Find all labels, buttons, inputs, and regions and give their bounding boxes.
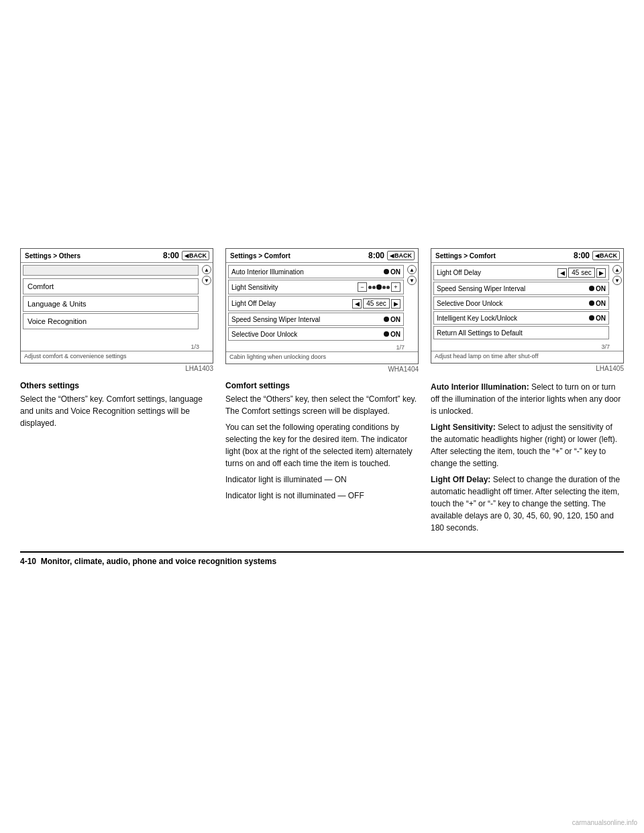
control-3-door-unlock: ON [589, 300, 606, 307]
text-sections-row: Others settings Select the “Others” key.… [20, 381, 624, 538]
back-btn-3[interactable]: ◀ BACK [592, 251, 620, 260]
back-arrow-1: ◀ [184, 253, 189, 259]
screen-block-1: Settings > Others 8:00 ◀ BACK ▲ ▼ [20, 248, 213, 374]
screen-content-3: ▲ ▼ Light Off Delay ◀ 45 sec ▶ [431, 263, 623, 343]
settings-row-3-key-lock[interactable]: Intelligent Key Lock/Unlock ON [433, 311, 609, 325]
settings-row-3-wiper[interactable]: Speed Sensing Wiper Interval ON [433, 282, 609, 295]
back-label-2: BACK [394, 252, 412, 259]
scroll-down-1[interactable]: ▼ [202, 276, 211, 285]
left-btn-3-delay[interactable]: ◀ [557, 268, 567, 278]
dot-sens-1 [368, 286, 372, 289]
settings-row-light-sens[interactable]: Light Sensitivity − + [228, 280, 404, 294]
breadcrumb-1: Settings > Others [25, 252, 80, 260]
dot-sens-3 [376, 284, 382, 290]
screen-code-3: LHA1405 [431, 364, 624, 374]
settings-row-3-light-delay[interactable]: Light Off Delay ◀ 45 sec ▶ [433, 265, 609, 280]
menu-items-1: Comfort Language & Units Voice Recogniti… [23, 265, 199, 329]
text-section-2: Comfort settings Select the “Others” key… [225, 381, 419, 538]
back-label-3: BACK [600, 252, 617, 259]
right-btn-delay[interactable]: ▶ [391, 299, 400, 309]
on-door-unlock: ON [390, 331, 400, 338]
footer-text-2: Cabin lighting when unlocking doors [229, 353, 326, 360]
section-para-3-2: Light Off Delay: Select to change the du… [431, 474, 624, 534]
screens-row: Settings > Others 8:00 ◀ BACK ▲ ▼ [20, 248, 624, 374]
ui-screen-3: Settings > Comfort 8:00 ◀ BACK ▲ ▼ [431, 248, 624, 364]
menu-item-language-label: Language & Units [28, 300, 86, 308]
back-label-1: BACK [189, 252, 207, 259]
page-num-3: 3/7 [431, 343, 623, 350]
label-door-unlock: Selective Door Unlock [231, 331, 297, 338]
screen-footer-3: Adjust head lamp on time after shut-off [431, 351, 623, 363]
control-3-key-lock: ON [589, 315, 606, 322]
left-btn-delay[interactable]: ◀ [352, 299, 362, 309]
scroll-up-2[interactable]: ▲ [407, 265, 417, 274]
page-num-2: 1/7 [226, 344, 418, 351]
scroll-down-3[interactable]: ▼ [612, 276, 622, 285]
page-num-1: 1/3 [21, 343, 213, 350]
footer-text-3: Adjust head lamp on time after shut-off [435, 353, 538, 359]
time-back-1: 8:00 ◀ BACK [163, 251, 209, 260]
label-auto-illum: Auto Interior Illumination [231, 268, 304, 276]
dot-sens-4 [382, 286, 386, 289]
screen-header-3: Settings > Comfort 8:00 ◀ BACK [431, 249, 623, 263]
control-door-unlock: ON [384, 331, 400, 338]
screen-header-2: Settings > Comfort 8:00 ◀ BACK [226, 249, 418, 263]
menu-top-bar [23, 265, 199, 276]
on-3-door-unlock: ON [596, 300, 606, 307]
label-3-door-unlock: Selective Door Unlock [437, 300, 502, 307]
breadcrumb-2: Settings > Comfort [230, 252, 290, 260]
control-light-delay: ◀ 45 sec ▶ [352, 298, 400, 309]
section-title-2: Comfort settings [225, 381, 419, 390]
scroll-btns-1: ▲ ▼ [202, 265, 211, 285]
dot-3-wiper [589, 286, 594, 291]
label-3-light-delay: Light Off Delay [437, 269, 481, 276]
back-btn-2[interactable]: ◀ BACK [387, 251, 415, 260]
scroll-up-3[interactable]: ▲ [612, 265, 622, 274]
plus-btn-sens[interactable]: + [391, 282, 400, 292]
ui-screen-1: Settings > Others 8:00 ◀ BACK ▲ ▼ [20, 248, 213, 364]
dot-sens-2 [372, 286, 376, 289]
on-auto-illum: ON [390, 268, 400, 276]
screen-code-2: WHA1404 [225, 364, 419, 374]
value-light-delay: 45 sec [363, 298, 390, 309]
time-back-3: 8:00 ◀ BACK [574, 251, 620, 260]
settings-row-door-unlock[interactable]: Selective Door Unlock ON [228, 327, 404, 341]
footer-text-1: Adjust comfort & convenience settings [24, 353, 127, 359]
screen-content-2: ▲ ▼ Auto Interior Illumination ON [226, 263, 418, 344]
scroll-down-2[interactable]: ▼ [407, 276, 417, 285]
page-footer: 4-10 Monitor, climate, audio, phone and … [20, 551, 624, 566]
menu-item-voice[interactable]: Voice Recognition [23, 313, 199, 329]
on-wiper: ON [390, 316, 400, 323]
menu-item-language[interactable]: Language & Units [23, 296, 199, 312]
section-body-1: Select the “Others” key. Comfort setting… [20, 393, 213, 429]
settings-row-3-door-unlock[interactable]: Selective Door Unlock ON [433, 296, 609, 310]
control-3-light-delay: ◀ 45 sec ▶ [557, 268, 606, 278]
settings-row-wiper[interactable]: Speed Sensing Wiper Interval ON [228, 313, 404, 326]
screen-footer-1: Adjust comfort & convenience settings [21, 351, 213, 363]
screen-content-1: ▲ ▼ Comfort Language & Units Voice [21, 263, 213, 343]
section-body-2: Select the “Others” key, then select the… [225, 393, 419, 502]
label-3-wiper: Speed Sensing Wiper Interval [437, 285, 525, 292]
label-light-delay: Light Off Delay [231, 300, 276, 307]
ui-screen-2: Settings > Comfort 8:00 ◀ BACK ▲ ▼ [225, 248, 419, 364]
footer-title: Monitor, climate, audio, phone and voice… [41, 557, 276, 566]
settings-row-3-reset[interactable]: Return All Settings to Default [433, 326, 609, 339]
scroll-up-1[interactable]: ▲ [202, 265, 211, 274]
settings-row-auto-illum[interactable]: Auto Interior Illumination ON [228, 265, 404, 278]
control-auto-illum: ON [384, 268, 400, 276]
watermark: carmanualsonline.info [572, 819, 637, 826]
label-light-sens: Light Sensitivity [231, 284, 278, 291]
menu-item-comfort-label: Comfort [28, 282, 54, 290]
back-btn-1[interactable]: ◀ BACK [182, 251, 209, 260]
settings-row-light-delay[interactable]: Light Off Delay ◀ 45 sec ▶ [228, 296, 404, 311]
dot-door-unlock [384, 331, 389, 337]
minus-btn-sens[interactable]: − [358, 282, 367, 292]
dot-3-door-unlock [589, 300, 594, 306]
text-section-1: Others settings Select the “Others” key.… [20, 381, 213, 538]
menu-item-comfort[interactable]: Comfort [23, 278, 199, 294]
right-btn-3-delay[interactable]: ▶ [596, 268, 606, 278]
screen-header-1: Settings > Others 8:00 ◀ BACK [21, 249, 213, 263]
control-light-sens: − + [358, 282, 400, 292]
section-para-2-0: Select the “Others” key, then select the… [225, 393, 419, 417]
on-3-key-lock: ON [596, 315, 606, 322]
